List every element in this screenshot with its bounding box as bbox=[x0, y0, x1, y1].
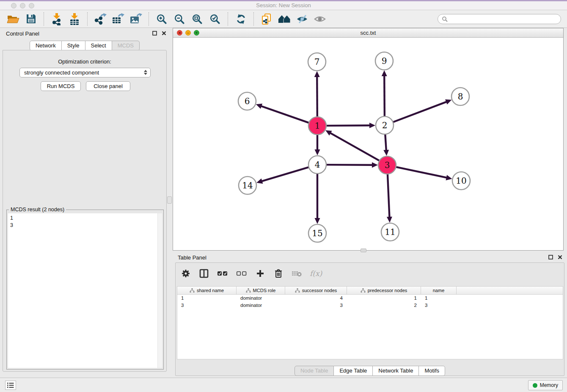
column-view-button[interactable] bbox=[199, 269, 209, 278]
tab-style[interactable]: Style bbox=[62, 41, 85, 51]
delete-column-button[interactable] bbox=[273, 269, 284, 278]
graph-edge-arrowhead bbox=[445, 99, 451, 105]
graph-edge-3-10[interactable] bbox=[396, 167, 447, 178]
table-row[interactable]: 1dominator411 bbox=[177, 295, 563, 302]
graph-node-label-15: 15 bbox=[312, 228, 322, 238]
table-cell[interactable]: 1 bbox=[421, 295, 457, 302]
graph-node-label-6: 6 bbox=[245, 96, 250, 106]
select-all-button[interactable] bbox=[217, 271, 228, 276]
delete-table-button-disabled bbox=[292, 270, 302, 277]
graph-edge-1-2[interactable] bbox=[326, 125, 370, 126]
node-table[interactable]: shared nameMCDS rolesuccessor nodesprede… bbox=[177, 286, 563, 359]
run-mcds-button[interactable]: Run MCDS bbox=[41, 81, 81, 91]
export-table-button[interactable] bbox=[110, 11, 126, 27]
graph-edge-4-3[interactable] bbox=[326, 165, 373, 165]
export-image-button[interactable] bbox=[128, 11, 143, 27]
table-row[interactable]: 3dominator323 bbox=[177, 302, 563, 309]
graph-node-label-11: 11 bbox=[385, 227, 395, 237]
column-header-successor-nodes[interactable]: successor nodes bbox=[285, 287, 347, 295]
zoom-selected-button[interactable] bbox=[207, 11, 223, 27]
import-table-button[interactable] bbox=[67, 11, 82, 27]
close-panel-icon[interactable] bbox=[162, 31, 166, 36]
optimization-criterion-label: Optimization criterion: bbox=[3, 58, 166, 65]
column-type-icon bbox=[361, 288, 366, 293]
tab-node-table[interactable]: Node Table bbox=[295, 366, 334, 376]
table-settings-button[interactable] bbox=[181, 269, 191, 278]
float-panel-icon[interactable] bbox=[548, 255, 553, 259]
control-panel-tabs: NetworkStyleSelectMCDS bbox=[0, 41, 169, 51]
add-column-button[interactable] bbox=[255, 269, 265, 278]
close-panel-button[interactable]: Close panel bbox=[86, 81, 130, 91]
mcds-result-groupbox: MCDS result (2 nodes) 1 3 bbox=[6, 210, 164, 370]
table-cell[interactable]: 3 bbox=[177, 302, 237, 309]
table-cell[interactable]: 1 bbox=[347, 295, 421, 302]
column-type-icon bbox=[295, 288, 300, 293]
graph-edge-2-3[interactable] bbox=[385, 134, 386, 151]
graph-edge-3-11[interactable] bbox=[388, 174, 390, 218]
table-panel-body: f(x) shared nameMCDS rolesuccessor nodes… bbox=[175, 262, 564, 376]
graph-edge-1-7[interactable] bbox=[317, 76, 317, 117]
tab-select[interactable]: Select bbox=[85, 41, 112, 51]
home-button[interactable] bbox=[277, 11, 292, 27]
zoom-in-button[interactable] bbox=[154, 11, 169, 27]
columns-icon bbox=[199, 269, 209, 278]
result-scrollbar[interactable] bbox=[157, 213, 162, 368]
table-cell[interactable]: 3 bbox=[285, 302, 347, 309]
optimization-criterion-select[interactable]: strongly connected component bbox=[19, 68, 151, 77]
show-all-button[interactable] bbox=[312, 11, 328, 27]
zoom-out-button[interactable] bbox=[172, 11, 187, 27]
graph-edge-2-8[interactable] bbox=[393, 102, 447, 122]
memory-label: Memory bbox=[540, 382, 558, 388]
export-network-button[interactable] bbox=[93, 11, 108, 27]
copy-network-button[interactable] bbox=[259, 11, 274, 27]
graph-node-label-14: 14 bbox=[242, 180, 253, 190]
horizontal-divider-handle[interactable] bbox=[361, 248, 366, 252]
graph-node-label-9: 9 bbox=[382, 56, 387, 66]
graph-edge-4-14[interactable] bbox=[261, 167, 309, 181]
open-session-button[interactable] bbox=[6, 11, 21, 27]
column-header-shared-name[interactable]: shared name bbox=[177, 287, 237, 295]
tab-motifs[interactable]: Motifs bbox=[419, 366, 445, 376]
memory-status-icon bbox=[533, 383, 537, 388]
plus-icon bbox=[256, 269, 264, 278]
search-icon bbox=[442, 16, 448, 22]
save-session-button[interactable] bbox=[23, 11, 39, 27]
import-network-button[interactable] bbox=[49, 11, 64, 27]
table-cell[interactable]: dominator bbox=[237, 295, 285, 302]
graph-edge-3-1[interactable] bbox=[330, 133, 380, 161]
column-header-label: predecessor nodes bbox=[368, 288, 407, 293]
tab-mcds[interactable]: MCDS bbox=[112, 41, 140, 51]
refresh-icon bbox=[235, 14, 247, 25]
table-cell[interactable]: 3 bbox=[421, 302, 457, 309]
eye-slash-icon bbox=[296, 14, 308, 24]
mcds-result-list[interactable]: 1 3 bbox=[8, 213, 162, 368]
gear-icon bbox=[181, 269, 190, 278]
task-history-button[interactable] bbox=[5, 381, 16, 390]
refresh-button[interactable] bbox=[233, 11, 248, 27]
network-view-titlebar[interactable]: ✕ − + scc.txt bbox=[173, 28, 563, 38]
function-builder-button-disabled: f(x) bbox=[310, 269, 322, 278]
tab-network[interactable]: Network bbox=[30, 41, 62, 51]
table-cell[interactable]: 4 bbox=[285, 295, 347, 302]
hide-selected-button[interactable] bbox=[295, 11, 310, 27]
tab-network-table[interactable]: Network Table bbox=[373, 366, 419, 376]
table-cell[interactable]: 2 bbox=[347, 302, 421, 309]
graph-edge-1-6[interactable] bbox=[261, 106, 309, 123]
column-header-predecessor-nodes[interactable]: predecessor nodes bbox=[347, 287, 421, 295]
search-input[interactable] bbox=[450, 15, 561, 23]
close-panel-icon[interactable] bbox=[558, 255, 562, 259]
column-header-mcds-role[interactable]: MCDS role bbox=[237, 287, 285, 295]
tab-edge-table[interactable]: Edge Table bbox=[334, 366, 373, 376]
column-header-name[interactable]: name bbox=[421, 287, 457, 295]
table-cell[interactable]: dominator bbox=[237, 302, 285, 309]
graph-edge-2-9[interactable] bbox=[384, 75, 385, 116]
deselect-all-button[interactable] bbox=[236, 271, 247, 276]
graph-node-label-1: 1 bbox=[315, 121, 320, 131]
memory-button[interactable]: Memory bbox=[528, 380, 563, 390]
toolbar-separator bbox=[253, 12, 254, 26]
network-canvas[interactable]: 7968124314101511 bbox=[173, 38, 563, 250]
fit-content-button[interactable] bbox=[190, 11, 205, 27]
split-divider-handle[interactable] bbox=[167, 196, 172, 204]
table-cell[interactable]: 1 bbox=[177, 295, 237, 302]
float-panel-icon[interactable] bbox=[152, 31, 157, 36]
